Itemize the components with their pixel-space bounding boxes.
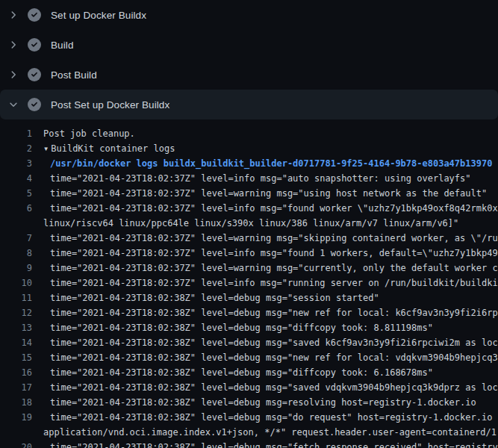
log-line-text: time="2021-04-23T18:02:38Z" level=debug … xyxy=(50,305,498,320)
log-line: 6 time="2021-04-23T18:02:37Z" level=info… xyxy=(0,201,498,216)
log-line-number[interactable]: 18 xyxy=(0,395,32,410)
log-line-text: time="2021-04-23T18:02:37Z" level=warnin… xyxy=(50,186,487,201)
log-line-text: time="2021-04-23T18:02:38Z" level=debug … xyxy=(50,380,498,395)
log-line: 9 time="2021-04-23T18:02:37Z" level=warn… xyxy=(0,261,498,276)
step-label: Post Set up Docker Buildx xyxy=(51,99,169,111)
log-line-number[interactable]: 1 xyxy=(0,126,32,141)
log-line-text: time="2021-04-23T18:02:37Z" level=info m… xyxy=(50,201,498,216)
log-line-text: time="2021-04-23T18:02:37Z" level=warnin… xyxy=(50,231,498,246)
log-line-number[interactable]: 17 xyxy=(0,380,32,395)
log-line-number[interactable]: 19 xyxy=(0,410,32,425)
chevron-icon[interactable] xyxy=(7,69,19,81)
chevron-icon[interactable] xyxy=(7,9,19,21)
step-header-post-set-up-docker-buildx[interactable]: Post Set up Docker Buildx xyxy=(0,90,498,119)
log-line-number xyxy=(0,216,32,231)
log-line: 11 time="2021-04-23T18:02:38Z" level=deb… xyxy=(0,290,498,305)
log-line-number[interactable]: 7 xyxy=(0,231,32,246)
log-line-number[interactable]: 8 xyxy=(0,246,32,261)
log-line-number[interactable]: 11 xyxy=(0,290,32,305)
log-line: 19 time="2021-04-23T18:02:38Z" level=deb… xyxy=(0,410,498,425)
chevron-icon[interactable] xyxy=(7,99,19,111)
log-line-text: time="2021-04-23T18:02:38Z" level=debug … xyxy=(50,410,498,425)
log-line-text: time="2021-04-23T18:02:37Z" level=warnin… xyxy=(50,261,498,276)
log-line-text: BuildKit container logs xyxy=(51,141,175,156)
log-line: 3 /usr/bin/docker logs buildx_buildkit_b… xyxy=(0,156,498,171)
log-line-text: time="2021-04-23T18:02:38Z" level=debug … xyxy=(50,320,433,335)
log-line-continuation: linux/riscv64 linux/ppc64le linux/s390x … xyxy=(0,216,498,231)
log-line: 4 time="2021-04-23T18:02:37Z" level=info… xyxy=(0,171,498,186)
log-line: 1 Post job cleanup. xyxy=(0,126,498,141)
check-circle-icon xyxy=(28,68,41,81)
log-line-text: time="2021-04-23T18:02:37Z" level=info m… xyxy=(50,276,498,290)
log-line: 15 time="2021-04-23T18:02:38Z" level=deb… xyxy=(0,350,498,365)
log-line-text: time="2021-04-23T18:02:38Z" level=debug … xyxy=(50,395,476,410)
log-line-number[interactable]: 2 xyxy=(0,141,32,156)
step-label: Set up Docker Buildx xyxy=(51,10,146,21)
log-line-text: time="2021-04-23T18:02:38Z" level=debug … xyxy=(50,335,498,350)
log-line: 16 time="2021-04-23T18:02:38Z" level=deb… xyxy=(0,365,498,380)
log-line-text: linux/riscv64 linux/ppc64le linux/s390x … xyxy=(43,216,458,231)
log-line: 10 time="2021-04-23T18:02:37Z" level=inf… xyxy=(0,276,498,290)
log-line-text: time="2021-04-23T18:02:38Z" level=debug … xyxy=(50,290,379,305)
log-line-text: time="2021-04-23T18:02:38Z" level=debug … xyxy=(50,440,498,448)
step-label: Build xyxy=(51,40,74,51)
log-line: 12 time="2021-04-23T18:02:38Z" level=deb… xyxy=(0,305,498,320)
log-line: 8 time="2021-04-23T18:02:37Z" level=info… xyxy=(0,246,498,261)
log-line-text: /usr/bin/docker logs buildx_buildkit_bui… xyxy=(50,156,492,171)
log-line-text: application/vnd.oci.image.index.v1+json,… xyxy=(43,425,498,440)
step-header-post-build[interactable]: Post Build xyxy=(0,60,498,90)
log-line: 17 time="2021-04-23T18:02:38Z" level=deb… xyxy=(0,380,498,395)
log-line: 14 time="2021-04-23T18:02:38Z" level=deb… xyxy=(0,335,498,350)
log-line-continuation: application/vnd.oci.image.index.v1+json,… xyxy=(0,425,498,440)
log-line-number[interactable]: 3 xyxy=(0,156,32,171)
log-line-number[interactable]: 12 xyxy=(0,305,32,320)
log-line-number[interactable]: 10 xyxy=(0,276,32,290)
log-line: 20 time="2021-04-23T18:02:38Z" level=deb… xyxy=(0,440,498,448)
log-line-number[interactable]: 9 xyxy=(0,261,32,276)
log-line-text: Post job cleanup. xyxy=(43,126,135,141)
log-line-text: time="2021-04-23T18:02:37Z" level=info m… xyxy=(50,171,471,186)
log-line-number[interactable]: 4 xyxy=(0,171,32,186)
workflow-log-viewer: Set up Docker Buildx Build Post Build xyxy=(0,0,498,448)
step-header-build[interactable]: Build xyxy=(0,30,498,60)
log-line-text: time="2021-04-23T18:02:38Z" level=debug … xyxy=(50,350,498,365)
log-line-number[interactable]: 13 xyxy=(0,320,32,335)
log-area: 1 Post job cleanup. 2 ▾BuildKit containe… xyxy=(0,119,498,448)
steps-list: Set up Docker Buildx Build Post Build xyxy=(0,0,498,119)
log-line-number[interactable]: 14 xyxy=(0,335,32,350)
log-line-number[interactable]: 20 xyxy=(0,440,32,448)
check-circle-icon xyxy=(28,8,41,22)
log-line: 18 time="2021-04-23T18:02:38Z" level=deb… xyxy=(0,395,498,410)
log-line-text: time="2021-04-23T18:02:38Z" level=debug … xyxy=(50,365,433,380)
log-line-number[interactable]: 15 xyxy=(0,350,32,365)
chevron-icon[interactable] xyxy=(7,39,19,51)
log-line: 2 ▾BuildKit container logs xyxy=(0,141,498,156)
log-line-number[interactable]: 16 xyxy=(0,365,32,380)
log-line: 5 time="2021-04-23T18:02:37Z" level=warn… xyxy=(0,186,498,201)
step-label: Post Build xyxy=(51,69,97,81)
log-line-number xyxy=(0,425,32,440)
log-line-text: time="2021-04-23T18:02:37Z" level=info m… xyxy=(50,246,498,261)
check-circle-icon xyxy=(28,98,41,111)
log-line-number[interactable]: 6 xyxy=(0,201,32,216)
step-header-set-up-docker-buildx[interactable]: Set up Docker Buildx xyxy=(0,0,498,30)
group-collapse-triangle-icon[interactable]: ▾ xyxy=(43,141,49,156)
check-circle-icon xyxy=(28,38,41,52)
log-line-number[interactable]: 5 xyxy=(0,186,32,201)
log-line: 7 time="2021-04-23T18:02:37Z" level=warn… xyxy=(0,231,498,246)
log-line: 13 time="2021-04-23T18:02:38Z" level=deb… xyxy=(0,320,498,335)
